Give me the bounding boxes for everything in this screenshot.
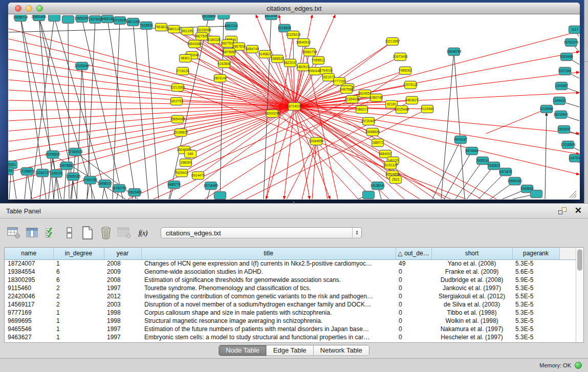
table-cell[interactable]: de Silva et al. (2003) [431, 300, 512, 309]
table-cell[interactable]: 5.6E-5 [512, 268, 559, 276]
graph-node[interactable]: 14138141 [371, 182, 385, 190]
table-cell[interactable]: Embryonic stem cells: a model to study s… [141, 333, 396, 341]
function-builder-icon[interactable]: f(x) [135, 225, 150, 240]
graph-node[interactable]: 98901 [180, 55, 191, 62]
graph-node[interactable]: 9474444 [465, 147, 478, 155]
graph-node[interactable]: 1117 [569, 26, 580, 34]
delete-column-icon[interactable] [98, 225, 114, 240]
table-row[interactable]: 1456911722003Disruption of a novel membe… [5, 300, 576, 309]
graph-edge[interactable] [294, 93, 579, 106]
graph-node[interactable]: 39159 [8, 167, 14, 175]
graph-node[interactable]: 12213987 [385, 38, 400, 46]
graph-node[interactable]: 891295 [182, 28, 193, 35]
graph-edge[interactable] [467, 166, 494, 199]
tab-network-table[interactable]: Network Table [314, 345, 369, 356]
graph-node[interactable]: 10973493 [393, 53, 408, 61]
graph-node[interactable]: 9115460 [421, 105, 434, 113]
graph-node[interactable]: 12975115 [403, 81, 418, 89]
graph-node[interactable]: 16958107 [98, 180, 113, 188]
table-cell[interactable]: 2008 [104, 259, 141, 268]
table-cell[interactable]: 14569117 [5, 300, 53, 309]
graph-node[interactable]: 8857224 [225, 23, 238, 30]
graph-node[interactable]: 15166825 [173, 129, 188, 137]
table-cell[interactable]: 49 [396, 259, 431, 268]
tab-edge-table[interactable]: Edge Table [267, 345, 314, 356]
table-cell[interactable]: Tibbo et al. (1998) [431, 309, 512, 317]
graph-node[interactable]: 1810753 [170, 98, 183, 105]
table-cell[interactable]: Stergiakouli et al. (2012) [431, 292, 512, 300]
table-cell[interactable]: 5.9E-5 [512, 276, 559, 284]
graph-node[interactable]: 16543382 [187, 40, 202, 48]
graph-node[interactable]: 16151327 [383, 162, 398, 169]
graph-node[interactable] [363, 191, 375, 199]
table-cell[interactable]: 9115460 [5, 284, 53, 292]
table-cell[interactable]: 2003 [104, 300, 141, 309]
graph-node[interactable]: 20206505 [46, 151, 60, 159]
table-cell[interactable]: Investigating the contribution of common… [141, 292, 396, 300]
graph-node[interactable]: 16782759 [112, 185, 127, 192]
table-scrollbar[interactable] [576, 248, 583, 342]
graph-node[interactable]: 1527602 [89, 16, 102, 24]
graph-node[interactable]: 9227341 [558, 68, 572, 75]
table-cell[interactable]: 2009 [104, 268, 141, 276]
graph-node[interactable]: 10025488 [395, 106, 409, 114]
table-cell[interactable]: 9777169 [5, 309, 53, 317]
graph-node[interactable]: 7615526 [140, 22, 153, 30]
table-row[interactable]: 969969511998Structural magnetic resonanc… [5, 317, 576, 325]
graph-node[interactable]: 6914479 [191, 172, 205, 180]
graph-node[interactable]: 188072 [372, 139, 384, 147]
table-cell[interactable]: Dudbridge et al. (2008) [431, 276, 512, 284]
column-header-pagerank[interactable]: pagerank [512, 248, 559, 259]
column-header-title[interactable]: title [141, 248, 396, 259]
graph-node[interactable]: 2803144 [213, 75, 227, 82]
graph-node[interactable]: 12505185 [66, 173, 81, 181]
graph-edge[interactable] [9, 106, 294, 151]
graph-node[interactable]: 19384554 [309, 138, 324, 145]
table-cell[interactable]: 0 [396, 309, 431, 317]
graph-node[interactable]: 12342737 [35, 169, 50, 177]
graph-edge[interactable] [31, 114, 272, 199]
graph-node[interactable]: 6497568 [340, 86, 353, 94]
float-panel-icon[interactable] [558, 207, 567, 214]
table-cell[interactable]: 2 [53, 300, 104, 309]
graph-node[interactable]: 1080748 [369, 94, 383, 102]
graph-node[interactable]: 10653287 [75, 15, 90, 23]
table-cell[interactable]: Franke et al. (2009) [431, 268, 512, 276]
graph-node[interactable]: 8471676 [499, 168, 512, 176]
graph-node[interactable]: 9329966 [560, 53, 573, 61]
graph-node[interactable]: 7932621 [487, 162, 500, 170]
graph-node[interactable]: 30975887 [59, 162, 74, 170]
table-cell[interactable]: 19384554 [5, 268, 53, 276]
graph-edge[interactable] [432, 140, 461, 199]
column-header-year[interactable]: year [104, 248, 141, 259]
select-rows-icon[interactable] [43, 225, 58, 240]
table-cell[interactable]: 5.3E-5 [512, 259, 559, 268]
table-cell[interactable]: 6 [53, 276, 104, 284]
graph-node[interactable]: 9242848 [217, 60, 231, 68]
panel-splitter-handle[interactable]: ▲ [290, 201, 298, 205]
table-cell[interactable]: 5.3E-5 [512, 333, 559, 341]
graph-node[interactable]: 10719155 [113, 17, 127, 25]
column-header-in_degree[interactable]: in_degree [53, 248, 104, 259]
graph-node[interactable]: 7663822 [155, 24, 168, 31]
graph-node[interactable]: 1145191 [50, 170, 63, 178]
graph-node[interactable]: 2523 [390, 176, 402, 184]
graph-node[interactable] [62, 16, 74, 24]
table-row[interactable]: 977716911998Corpus callosum shape and si… [5, 309, 576, 317]
table-cell[interactable]: 0 [396, 284, 431, 292]
table-cell[interactable]: 6 [53, 268, 104, 276]
tab-node-table[interactable]: Node Table [219, 345, 267, 356]
column-header-name[interactable]: name [5, 248, 53, 259]
graph-node[interactable]: 14055714 [13, 15, 28, 21]
graph-edge[interactable] [146, 26, 159, 199]
column-header-short[interactable]: short [431, 248, 512, 259]
graph-node[interactable]: 2718126 [176, 68, 189, 75]
table-cell[interactable]: Jankovic et al. (1997) [431, 284, 512, 292]
graph-node[interactable] [218, 15, 230, 19]
graph-node[interactable]: 15751074 [564, 39, 579, 47]
graph-node[interactable]: 7955812 [312, 57, 325, 64]
table-cell[interactable]: Tourette syndrome. Phenomenology and cla… [141, 284, 396, 292]
table-cell[interactable]: 1997 [104, 284, 141, 292]
graph-node[interactable]: 17957255 [83, 177, 98, 184]
table-cell[interactable]: 18724007 [5, 259, 53, 268]
